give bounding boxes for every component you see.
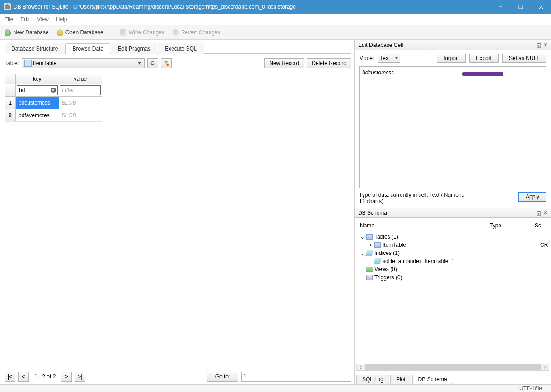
col-header-value[interactable]: value	[59, 74, 102, 84]
encoding-label: UTF-16le	[519, 385, 542, 392]
cell-key[interactable]: bdfavemotes	[16, 109, 59, 121]
undock-icon[interactable]: ◱	[535, 42, 542, 48]
schema-col-schema[interactable]: Sc	[535, 222, 546, 229]
export-button[interactable]: Export	[469, 54, 499, 63]
last-page-button[interactable]: >|	[75, 372, 85, 382]
scroll-left-icon[interactable]: ‹	[357, 364, 364, 370]
cell-char-count: 11 char(s)	[359, 198, 518, 204]
open-database-button[interactable]: Open Database	[57, 29, 103, 36]
tab-sql-log[interactable]: SQL Log	[356, 375, 389, 384]
svg-point-4	[167, 64, 169, 66]
grid-corner	[5, 74, 16, 84]
revert-icon	[173, 29, 179, 36]
open-database-label: Open Database	[65, 29, 103, 36]
filter-value-input[interactable]	[60, 85, 101, 95]
col-header-key[interactable]: key	[16, 74, 59, 84]
mode-value: Text	[380, 55, 390, 61]
table-icon	[374, 242, 381, 248]
apply-button[interactable]: Apply	[518, 192, 546, 202]
cell-type-info: Type of data currently in cell: Text / N…	[359, 192, 518, 198]
tab-plot[interactable]: Plot	[390, 375, 411, 384]
goto-input[interactable]	[241, 372, 351, 382]
scroll-right-icon[interactable]: ›	[542, 364, 549, 370]
tree-node-indices[interactable]: ⌄ Indices (1)	[356, 249, 549, 257]
page-range: 1 - 2 of 2	[32, 374, 58, 380]
close-panel-icon[interactable]: ✕	[542, 210, 549, 216]
tab-database-structure[interactable]: Database Structure	[5, 43, 65, 54]
chevron-right-icon[interactable]: ›	[368, 242, 373, 248]
refresh-button[interactable]	[147, 58, 158, 68]
revert-changes-label: Revert Changes	[181, 29, 220, 36]
menu-view[interactable]: View	[37, 16, 49, 23]
row-number: 1	[5, 97, 16, 109]
edit-cell-panel: Mode: Text Import Export Set as NULL bdc…	[355, 50, 551, 208]
db-schema-panel: Name Type Sc ⌄ Tables (1) › ItemTable	[355, 218, 551, 374]
next-page-button[interactable]: >	[61, 372, 72, 382]
edit-cell-title: Edit Database Cell	[358, 42, 535, 48]
table-label: Table:	[5, 60, 19, 66]
scrollbar-thumb[interactable]	[365, 364, 541, 370]
index-group-icon	[365, 250, 373, 256]
window-title: DB Browser for SQLite - C:/Users/jiiks/A…	[14, 4, 490, 10]
index-icon	[374, 258, 381, 264]
cell-key[interactable]: bdcustomcss	[16, 97, 59, 109]
horizontal-scrollbar[interactable]: ‹ ›	[356, 364, 549, 371]
write-changes-button[interactable]: Write Changes	[120, 29, 164, 36]
maximize-button[interactable]	[510, 0, 531, 14]
tab-db-schema[interactable]: DB Schema	[412, 375, 453, 384]
tab-edit-pragmas[interactable]: Edit Pragmas	[111, 43, 157, 54]
database-open-icon	[57, 29, 63, 36]
minimize-button[interactable]	[490, 0, 510, 14]
tab-execute-sql[interactable]: Execute SQL	[158, 43, 204, 54]
data-grid: key value ✕ 1 bdcustomcss BLOB 2	[5, 74, 102, 122]
menu-file[interactable]: File	[5, 16, 13, 23]
cell-value[interactable]: BLOB	[59, 109, 102, 121]
toolbar: New Database Open Database Write Changes…	[0, 25, 551, 40]
tree-node-triggers[interactable]: Triggers (0)	[356, 273, 549, 281]
schema-col-name[interactable]: Name	[360, 222, 490, 229]
clear-filter-icon[interactable]: ✕	[51, 88, 56, 93]
chevron-down-icon[interactable]: ⌄	[360, 250, 364, 256]
main-tabs: Database Structure Browse Data Edit Prag…	[5, 43, 351, 54]
prev-page-button[interactable]: <	[18, 372, 29, 382]
table-select-value: ItemTable	[33, 60, 56, 66]
tree-node-itemtable[interactable]: › ItemTable CR	[356, 241, 549, 249]
first-page-button[interactable]: |<	[5, 372, 15, 382]
mode-label: Mode:	[359, 55, 374, 61]
revert-changes-button[interactable]: Revert Changes	[173, 29, 220, 36]
new-database-button[interactable]: New Database	[5, 29, 49, 36]
schema-col-type[interactable]: Type	[490, 222, 535, 229]
bottom-tabs: SQL Log Plot DB Schema	[355, 374, 551, 384]
chevron-down-icon[interactable]: ⌄	[360, 234, 364, 240]
set-as-null-button[interactable]: Set as NULL	[502, 54, 546, 63]
menu-edit[interactable]: Edit	[20, 16, 30, 23]
clear-filters-button[interactable]	[161, 58, 172, 68]
write-changes-label: Write Changes	[129, 29, 164, 36]
tree-node-views[interactable]: Views (0)	[356, 265, 549, 273]
import-button[interactable]: Import	[437, 54, 466, 63]
tree-node-tables[interactable]: ⌄ Tables (1)	[356, 233, 549, 241]
left-pane: Database Structure Browse Data Edit Prag…	[0, 40, 354, 384]
cell-value[interactable]: BLOB	[59, 97, 102, 109]
menubar: File Edit View Help	[0, 14, 551, 25]
table-select[interactable]: ItemTable	[22, 58, 145, 68]
menu-help[interactable]: Help	[56, 16, 67, 23]
row-number: 2	[5, 109, 16, 121]
triggers-icon	[366, 275, 373, 280]
goto-button[interactable]: Go to:	[207, 372, 238, 382]
tree-node-autoindex[interactable]: sqlite_autoindex_ItemTable_1	[356, 257, 549, 265]
close-panel-icon[interactable]: ✕	[542, 42, 549, 48]
cell-content-textarea[interactable]: bdcustomcss	[359, 66, 546, 188]
mode-select[interactable]: Text	[378, 54, 400, 63]
close-button[interactable]	[531, 0, 551, 14]
tab-browse-data[interactable]: Browse Data	[65, 43, 110, 54]
new-record-button[interactable]: New Record	[264, 58, 304, 68]
table-row[interactable]: 2 bdfavemotes BLOB	[5, 109, 102, 122]
views-icon	[366, 267, 373, 272]
titlebar: DB Browser for SQLite - C:/Users/jiiks/A…	[0, 0, 551, 14]
annotation-highlight	[462, 72, 503, 76]
delete-record-button[interactable]: Delete Record	[307, 58, 351, 68]
pager: |< < 1 - 2 of 2 > >| Go to:	[5, 368, 351, 382]
table-row[interactable]: 1 bdcustomcss BLOB	[5, 97, 102, 109]
undock-icon[interactable]: ◱	[535, 210, 542, 216]
